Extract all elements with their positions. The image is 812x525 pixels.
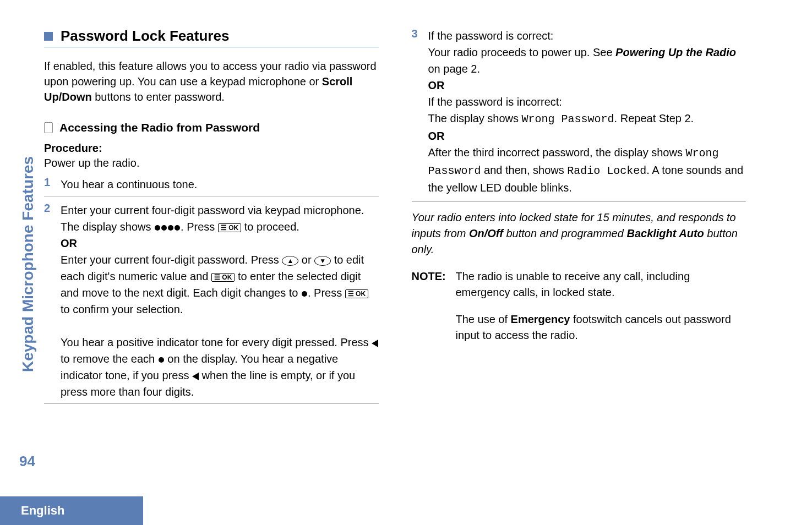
note-italic-2: button and programmed	[503, 227, 627, 239]
right-column: 3 If the password is correct: Your radio…	[395, 28, 757, 409]
s2-line1: Enter your current four-digit password v…	[61, 204, 364, 216]
procedure-label: Procedure:	[44, 142, 379, 155]
s3-mono1: Wrong Password	[522, 113, 614, 125]
dot-icon	[175, 225, 180, 231]
ok-button-icon: ☰ OK	[218, 223, 241, 232]
s2-line3b: or	[298, 254, 314, 266]
step-2: 2 Enter your current four-digit password…	[44, 202, 379, 404]
dot-icon	[168, 225, 173, 231]
s2-line2b: . Press	[181, 221, 218, 233]
step-number-3: 3	[412, 28, 428, 196]
subsection-title: Accessing the Radio from Password	[59, 121, 260, 134]
s3-or1: OR	[428, 79, 445, 91]
step-2-text: Enter your current four-digit password v…	[61, 202, 379, 400]
step-1-text: You hear a continuous tone.	[61, 176, 379, 193]
section-header: Password Lock Features	[44, 28, 379, 47]
left-arrow-icon	[372, 340, 378, 347]
step-3: 3 If the password is correct: Your radio…	[412, 28, 746, 202]
section-title: Password Lock Features	[61, 28, 229, 45]
document-icon	[44, 122, 53, 133]
s3-line4a: The display shows	[428, 112, 522, 124]
note-p2: The use of Emergency footswitch cancels …	[456, 311, 746, 343]
s2-line3f: to confirm your selection.	[61, 303, 183, 315]
note-block: NOTE: The radio is unable to receive any…	[412, 269, 746, 354]
subsection-header: Accessing the Radio from Password	[44, 121, 379, 134]
s2-line4b: to remove the each	[61, 353, 158, 365]
step-number-2: 2	[44, 202, 61, 400]
up-button-icon: ▲	[282, 256, 298, 266]
s3-line2-bold: Powering Up the Radio	[615, 46, 736, 58]
procedure-intro: Power up the radio.	[44, 157, 379, 169]
step-number-1: 1	[44, 176, 61, 193]
sidebar-section-label: Keypad Microphone Features	[19, 156, 37, 372]
step-1: 1 You hear a continuous tone.	[44, 176, 379, 196]
left-column: Password Lock Features If enabled, this …	[28, 28, 395, 409]
page-content: Password Lock Features If enabled, this …	[0, 0, 812, 409]
ok-button-icon: ☰ OK	[345, 289, 368, 298]
section-marker-icon	[44, 32, 53, 41]
s3-line1: If the password is correct:	[428, 30, 554, 42]
page-number: 94	[19, 453, 35, 470]
footer-language-bar: English	[0, 496, 143, 525]
note-italic: Your radio enters into locked state for …	[412, 210, 746, 258]
s3-or2: OR	[428, 130, 445, 142]
note-p1: The radio is unable to receive any call,…	[456, 269, 746, 300]
down-button-icon: ▼	[314, 256, 331, 266]
s2-line3a: Enter your current four-digit password. …	[61, 254, 282, 266]
step-3-text: If the password is correct: Your radio p…	[428, 28, 746, 196]
note-p2-bold: Emergency	[511, 313, 570, 325]
left-arrow-icon	[192, 373, 199, 380]
s3-line3: If the password is incorrect:	[428, 96, 562, 108]
dot-icon	[155, 225, 160, 231]
dot-icon	[159, 357, 164, 363]
note-body: The radio is unable to receive any call,…	[456, 269, 746, 354]
note-italic-b2: Backlight Auto	[626, 227, 704, 239]
s3-line5a: After the third incorrect password, the …	[428, 146, 686, 158]
dot-icon	[302, 291, 307, 297]
ok-button-icon: ☰ OK	[211, 273, 235, 282]
s3-line2b: on page 2.	[428, 63, 481, 75]
dot-icon	[161, 225, 167, 231]
s3-line4b: . Repeat Step 2.	[614, 112, 694, 124]
s2-line2c: to proceed.	[241, 221, 299, 233]
note-p2a: The use of	[456, 313, 511, 325]
note-label: NOTE:	[412, 269, 456, 354]
note-italic-b1: On/Off	[469, 227, 503, 239]
s2-or: OR	[61, 237, 77, 249]
s2-line4a: You hear a positive indicator tone for e…	[61, 336, 372, 348]
s3-line2a: Your radio proceeds to power up. See	[428, 46, 616, 58]
footer-language: English	[21, 504, 64, 518]
s3-line5b: and then, shows	[481, 164, 568, 176]
section-intro: If enabled, this feature allows you to a…	[44, 58, 379, 105]
intro-text-2: buttons to enter password.	[92, 91, 225, 103]
s2-line3e: . Press	[308, 287, 345, 299]
s3-mono3: Radio Locked	[567, 165, 646, 177]
s2-line2a: The display shows	[61, 221, 154, 233]
